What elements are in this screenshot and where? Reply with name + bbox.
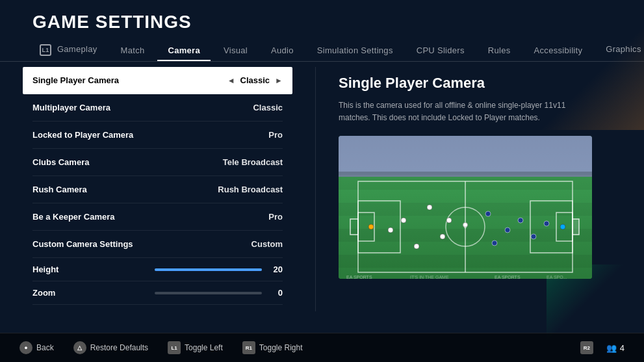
arrow-right-icon[interactable]: ► [275, 76, 283, 85]
svg-point-19 [427, 205, 432, 210]
svg-point-24 [485, 211, 491, 216]
circle-b-icon: ● [19, 341, 32, 354]
toggle-right-button[interactable]: R1 Toggle Right [242, 341, 303, 354]
height-slider-fill [155, 268, 262, 271]
info-panel-description: This is the camera used for all offline … [339, 99, 586, 124]
svg-point-23 [388, 227, 393, 233]
page-title: Game Settings [32, 12, 612, 32]
svg-point-28 [531, 234, 536, 239]
settings-list: Single Player Camera ◄ Classic ► Multipl… [0, 62, 315, 317]
setting-multiplayer-camera[interactable]: Multiplayer Camera Classic [32, 94, 283, 122]
footer: ● Back △ Restore Defaults L1 Toggle Left… [0, 333, 644, 362]
slider-zoom-row: Zoom 0 [32, 281, 283, 305]
svg-point-30 [368, 224, 374, 229]
setting-single-player-camera[interactable]: Single Player Camera ◄ Classic ► [23, 67, 292, 94]
main-content: Single Player Camera ◄ Classic ► Multipl… [0, 62, 644, 317]
tab-cpu-sliders[interactable]: CPU Sliders [406, 40, 475, 60]
setting-rush-camera[interactable]: Rush Camera Rush Broadcast [32, 176, 283, 203]
l1-lb-icon: L1 [168, 341, 181, 354]
svg-text:EA SPORTS: EA SPORTS [495, 275, 521, 279]
camera-preview: EA SPORTS IT'S IN THE GAME EA SPORTS EA … [339, 136, 592, 279]
svg-point-18 [401, 218, 406, 223]
tab-graphics-mode[interactable]: Graphics Mode R1 [595, 39, 644, 61]
svg-point-25 [505, 227, 510, 233]
svg-point-32 [463, 223, 468, 227]
back-button[interactable]: ● Back [19, 341, 54, 354]
triangle-a-icon: △ [73, 341, 86, 354]
footer-right: R2 👥 4 [580, 341, 625, 354]
arrow-left-icon[interactable]: ◄ [227, 76, 235, 85]
tab-match[interactable]: Match [110, 40, 155, 60]
info-panel-title: Single Player Camera [339, 75, 621, 92]
tab-simulation[interactable]: Simulation Settings [307, 40, 404, 60]
tab-gameplay[interactable]: L1 Gameplay [29, 39, 108, 61]
setting-custom-camera[interactable]: Custom Camera Settings Custom [32, 231, 283, 258]
r1-rb-icon: R1 [242, 341, 255, 354]
zoom-slider-track[interactable] [155, 292, 262, 294]
players-icon: 👥 [606, 343, 617, 353]
football-field-svg: EA SPORTS IT'S IN THE GAME EA SPORTS EA … [339, 136, 592, 279]
tab-camera[interactable]: Camera [157, 40, 211, 60]
nav-tabs: L1 Gameplay Match Camera Visual Audio Si… [0, 39, 644, 62]
tab-rules[interactable]: Rules [478, 40, 521, 60]
svg-point-21 [414, 244, 419, 249]
svg-text:IT'S IN THE GAME: IT'S IN THE GAME [410, 275, 449, 279]
svg-point-27 [518, 218, 523, 223]
svg-rect-1 [339, 136, 592, 175]
players-count: 👥 4 [606, 343, 625, 353]
svg-point-26 [492, 240, 497, 246]
r2-icon: R2 [580, 341, 593, 354]
toggle-left-button[interactable]: L1 Toggle Left [168, 341, 223, 354]
l1-icon: L1 [40, 44, 51, 56]
svg-text:EA SPORTS: EA SPORTS [346, 275, 372, 279]
svg-point-29 [544, 221, 549, 226]
slider-height-row: Height 20 [32, 258, 283, 281]
setting-locked-to-player-camera[interactable]: Locked to Player Camera Pro [32, 122, 283, 149]
tab-audio[interactable]: Audio [261, 40, 304, 60]
svg-point-20 [440, 234, 445, 239]
svg-point-22 [446, 218, 452, 223]
svg-rect-2 [339, 172, 592, 177]
header: Game Settings [0, 0, 644, 39]
svg-text:EA SPO...: EA SPO... [547, 275, 567, 279]
height-slider-track[interactable] [155, 268, 262, 271]
setting-clubs-camera[interactable]: Clubs Camera Tele Broadcast [32, 149, 283, 176]
svg-point-31 [560, 224, 565, 229]
restore-defaults-button[interactable]: △ Restore Defaults [73, 341, 148, 354]
tab-accessibility[interactable]: Accessibility [524, 40, 593, 60]
tab-visual[interactable]: Visual [213, 40, 258, 60]
info-panel: Single Player Camera This is the camera … [316, 62, 644, 317]
svg-rect-17 [573, 219, 579, 235]
r2-button[interactable]: R2 [580, 341, 593, 354]
setting-be-a-keeper-camera[interactable]: Be a Keeper Camera Pro [32, 203, 283, 231]
